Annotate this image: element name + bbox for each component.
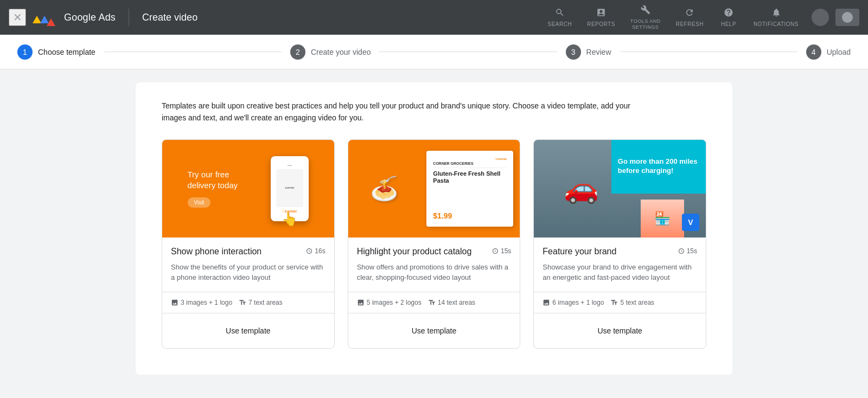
nav-refresh[interactable]: REFRESH	[669, 5, 710, 29]
step-4: 4 Upload	[806, 44, 851, 60]
step-connector-3	[620, 52, 797, 52]
template-card-catalog[interactable]: 🍝 □corner CORNER GROCERIES Gluten-Free F…	[348, 139, 521, 349]
template-thumbnail-catalog: 🍝 □corner CORNER GROCERIES Gluten-Free F…	[348, 140, 520, 237]
meta-images-phone: 3 images + 1 logo	[171, 299, 232, 306]
thumb-text-phone: Try our freedelivery today	[188, 169, 238, 190]
template-meta-brand: 6 images + 1 logo 5 text areas	[534, 292, 706, 313]
nav-notifications[interactable]: NOTIFICATIONS	[747, 5, 805, 29]
template-meta-phone: 3 images + 1 logo 7 text areas	[162, 292, 334, 313]
template-desc-phone: Show the benefits of your product or ser…	[171, 262, 326, 283]
template-footer-catalog: Use template	[348, 313, 520, 348]
use-template-button-phone[interactable]: Use template	[171, 321, 326, 341]
step-1-circle: 1	[17, 44, 33, 60]
brand-small-image: 🏪	[641, 200, 684, 237]
step-1-label: Choose template	[38, 48, 95, 56]
use-template-button-catalog[interactable]: Use template	[357, 321, 512, 341]
nav-reports[interactable]: REPORTS	[580, 5, 622, 29]
templates-grid: Try our freedelivery today Visit •••• co…	[162, 139, 706, 349]
meta-text-phone: 7 text areas	[239, 299, 283, 306]
template-footer-brand: Use template	[534, 313, 706, 348]
help-icon	[724, 8, 733, 20]
close-button[interactable]: ✕	[9, 9, 26, 26]
template-duration-phone: 16s	[306, 247, 325, 255]
meta-images-brand: 6 images + 1 logo	[542, 299, 604, 306]
template-info-phone: Show phone interaction 16s Show the bene…	[162, 237, 334, 283]
nav-refresh-label: REFRESH	[676, 21, 704, 27]
step-4-circle: 4	[806, 44, 821, 60]
search-icon	[555, 8, 565, 20]
nav-tools-label: TOOLS ANDSETTINGS	[630, 18, 661, 30]
content-card: Templates are built upon creative best p…	[136, 82, 732, 375]
account-button[interactable]	[835, 9, 859, 26]
nav-help-label: HELP	[721, 21, 736, 27]
page-title: Create video	[142, 12, 197, 23]
header: ✕ Google Ads Create video SEARCH REPORTS	[0, 0, 868, 35]
refresh-icon	[685, 8, 694, 20]
stepper: 1 Choose template 2 Create your video 3 …	[0, 35, 868, 69]
nav-notifications-label: NOTIFICATIONS	[754, 21, 799, 27]
template-card-brand[interactable]: 🚗 Go more than 200 miles before charging…	[533, 139, 706, 349]
header-nav: SEARCH REPORTS TOOLS ANDSETTINGS REFRESH…	[541, 3, 860, 33]
brand-logo: V	[682, 214, 699, 231]
nav-search-label: SEARCH	[548, 21, 572, 27]
header-divider	[129, 9, 129, 26]
template-footer-phone: Use template	[162, 313, 334, 348]
nav-help[interactable]: HELP	[712, 5, 745, 29]
step-connector-1	[104, 52, 282, 52]
template-duration-brand: 15s	[678, 247, 697, 255]
brand-name: Google Ads	[64, 12, 116, 23]
google-ads-logo	[33, 11, 58, 23]
template-title-brand: Feature your brand	[542, 246, 678, 258]
nav-tools[interactable]: TOOLS ANDSETTINGS	[624, 3, 667, 33]
step-connector-2	[379, 52, 557, 52]
step-1: 1 Choose template	[17, 44, 95, 60]
template-title-catalog: Highlight your product catalog	[357, 246, 492, 258]
brand-headline: Go more than 200 miles before charging!	[618, 157, 699, 176]
step-4-label: Upload	[827, 48, 851, 56]
step-3-circle: 3	[566, 44, 581, 60]
meta-text-brand: 5 text areas	[610, 299, 654, 306]
nav-reports-label: REPORTS	[587, 21, 615, 27]
step-2-circle: 2	[290, 44, 305, 60]
template-desc-brand: Showcase your brand to drive engagement …	[542, 262, 697, 283]
step-2-label: Create your video	[311, 48, 371, 56]
template-desc-catalog: Show offers and promotions to drive sale…	[357, 262, 512, 283]
meta-text-catalog: 14 text areas	[428, 299, 475, 306]
nav-search[interactable]: SEARCH	[541, 5, 579, 29]
description: Templates are built upon creative best p…	[162, 100, 650, 124]
notifications-icon	[771, 8, 781, 20]
step-3-label: Review	[586, 48, 611, 56]
tools-icon	[641, 5, 650, 17]
template-thumbnail-brand: 🚗 Go more than 200 miles before charging…	[534, 140, 706, 237]
use-template-button-brand[interactable]: Use template	[542, 321, 697, 341]
template-title-phone: Show phone interaction	[171, 246, 306, 258]
template-duration-catalog: 15s	[492, 247, 511, 255]
template-info-catalog: Highlight your product catalog 15s Show …	[348, 237, 520, 283]
template-card-phone[interactable]: Try our freedelivery today Visit •••• co…	[162, 139, 335, 349]
user-avatar[interactable]	[812, 9, 829, 26]
main-content: Templates are built upon creative best p…	[0, 69, 868, 398]
reports-icon	[596, 8, 606, 20]
template-thumbnail-phone: Try our freedelivery today Visit •••• co…	[162, 140, 334, 237]
template-meta-catalog: 5 images + 2 logos 14 text areas	[348, 292, 520, 313]
step-2: 2 Create your video	[290, 44, 371, 60]
step-3: 3 Review	[566, 44, 611, 60]
template-info-brand: Feature your brand 15s Showcase your bra…	[534, 237, 706, 283]
brand-overlay: Go more than 200 miles before charging!	[611, 140, 706, 194]
meta-images-catalog: 5 images + 2 logos	[357, 299, 422, 306]
